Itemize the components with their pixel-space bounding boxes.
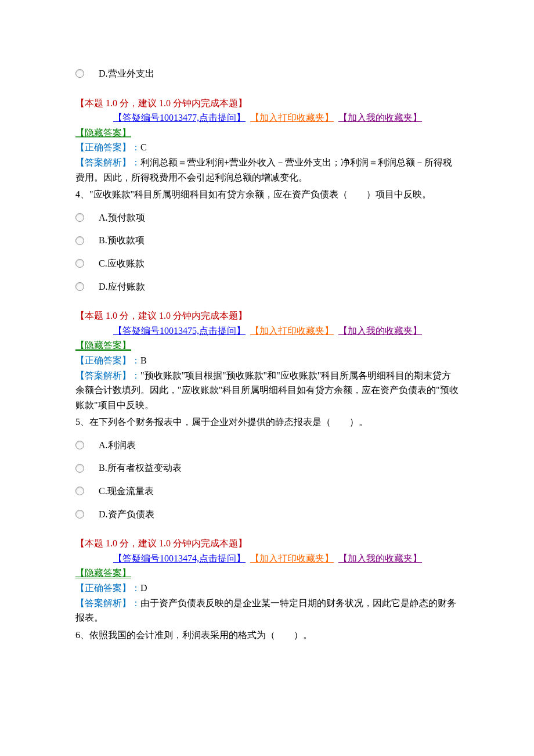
option-label: D.资产负债表 [99, 507, 154, 522]
radio-icon [75, 259, 84, 268]
add-print-link-q4[interactable]: 【加入打印收藏夹】 [250, 326, 334, 336]
correct-answer-q4: 【正确答案】：B [75, 353, 459, 368]
radio-icon [75, 69, 84, 78]
radio-icon [75, 282, 84, 291]
option-label: B.所有者权益变动表 [99, 460, 182, 476]
option-label: A.预付款项 [99, 210, 145, 225]
analysis-q4: 【答案解析】："预收账款"项目根据"预收账款"和"应收账款"科目所属各明细科目的… [75, 368, 459, 413]
link-row-q4: 【答疑编号10013475,点击提问】 【加入打印收藏夹】 【加入我的收藏夹】 [75, 323, 459, 339]
option-label: C.现金流量表 [99, 484, 154, 499]
correct-answer-q3: 【正确答案】：C [75, 140, 459, 155]
option-a-q4[interactable]: A.预付款项 [75, 210, 459, 225]
score-hint-q5: 【本题 1.0 分，建议 1.0 分钟内完成本题】 [75, 536, 459, 551]
option-label: A.利润表 [99, 438, 136, 453]
option-c-q4[interactable]: C.应收账款 [75, 256, 459, 271]
option-label: B.预收款项 [99, 233, 145, 248]
option-b-q4[interactable]: B.预收款项 [75, 233, 459, 248]
option-d-q4[interactable]: D.应付账款 [75, 279, 459, 294]
radio-icon [75, 441, 84, 449]
correct-answer-q5: 【正确答案】：D [75, 581, 459, 596]
analysis-q3: 【答案解析】：利润总额＝营业利润+营业外收入－营业外支出；净利润＝利润总额－所得… [75, 155, 459, 185]
option-label: D.营业外支出 [99, 66, 154, 81]
hide-answer-q3[interactable]: 【隐藏答案】 [75, 125, 459, 141]
question-6-stem: 6、依照我国的会计准则，利润表采用的格式为（ ）。 [75, 628, 459, 643]
qa-link-q5[interactable]: 【答疑编号10013474,点击提问】 [113, 553, 246, 563]
option-label: D.应付账款 [99, 279, 145, 294]
score-hint-q4: 【本题 1.0 分，建议 1.0 分钟内完成本题】 [75, 308, 459, 323]
add-my-link-q3[interactable]: 【加入我的收藏夹】 [338, 113, 422, 123]
radio-icon [75, 487, 84, 495]
qa-link-q3[interactable]: 【答疑编号10013477,点击提问】 [113, 113, 246, 123]
link-row-q5: 【答疑编号10013474,点击提问】 【加入打印收藏夹】 【加入我的收藏夹】 [75, 551, 459, 566]
radio-icon [75, 236, 84, 245]
hide-answer-q4[interactable]: 【隐藏答案】 [75, 338, 459, 353]
option-label: C.应收账款 [99, 256, 145, 271]
analysis-q5: 【答案解析】：由于资产负债表反映的是企业某一特定日期的财务状况，因此它是静态的财… [75, 596, 459, 625]
option-a-q5[interactable]: A.利润表 [75, 438, 459, 453]
link-row-q3: 【答疑编号10013477,点击提问】 【加入打印收藏夹】 【加入我的收藏夹】 [75, 110, 459, 125]
radio-icon [75, 464, 84, 473]
hide-answer-q5[interactable]: 【隐藏答案】 [75, 566, 459, 581]
radio-icon [75, 510, 84, 519]
qa-link-q4[interactable]: 【答疑编号10013475,点击提问】 [113, 326, 246, 336]
add-print-link-q3[interactable]: 【加入打印收藏夹】 [250, 113, 334, 123]
add-print-link-q5[interactable]: 【加入打印收藏夹】 [250, 553, 334, 563]
radio-icon [75, 213, 84, 222]
question-4-stem: 4、"应收账款"科目所属明细科目如有贷方余额，应在资产负债表（ ）项目中反映。 [75, 187, 459, 202]
option-b-q5[interactable]: B.所有者权益变动表 [75, 460, 459, 476]
add-my-link-q4[interactable]: 【加入我的收藏夹】 [338, 326, 422, 336]
question-5-stem: 5、在下列各个财务报表中，属于企业对外提供的静态报表是（ ）。 [75, 415, 459, 430]
add-my-link-q5[interactable]: 【加入我的收藏夹】 [338, 553, 422, 563]
option-d-q5[interactable]: D.资产负债表 [75, 507, 459, 522]
score-hint-q3: 【本题 1.0 分，建议 1.0 分钟内完成本题】 [75, 96, 459, 111]
option-d-q3[interactable]: D.营业外支出 [75, 66, 459, 81]
option-c-q5[interactable]: C.现金流量表 [75, 484, 459, 499]
